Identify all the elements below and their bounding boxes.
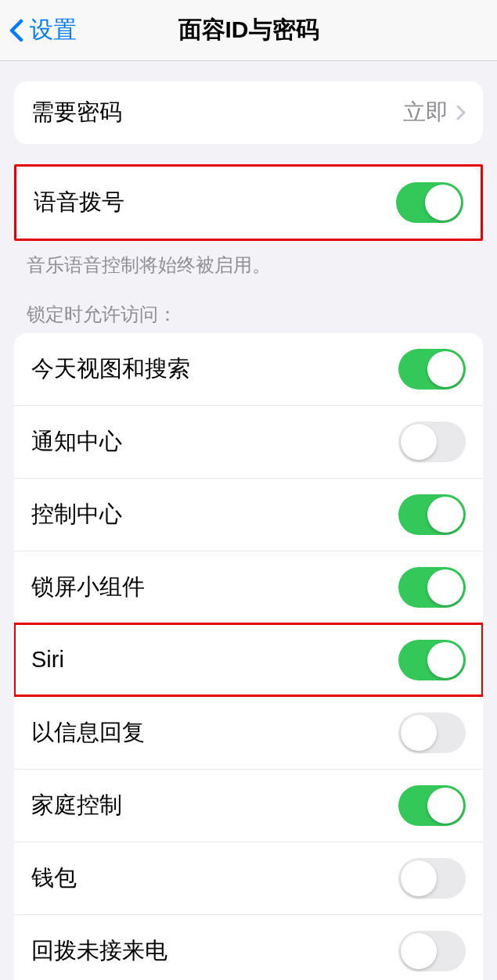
lock-access-section: 今天视图和搜索通知中心控制中心锁屏小组件Siri以信息回复家庭控制钱包回拨未接来… xyxy=(14,333,483,980)
lock-access-label: 回拨未接来电 xyxy=(31,935,167,967)
require-passcode-value: 立即 xyxy=(403,97,448,128)
lock-access-row: 今天视图和搜索 xyxy=(14,333,483,405)
lock-access-label: 控制中心 xyxy=(31,499,122,530)
toggle-knob xyxy=(401,860,437,896)
toggle-knob xyxy=(427,497,463,533)
lock-widgets-toggle[interactable] xyxy=(398,567,466,608)
lock-access-row: 回拨未接来电 xyxy=(14,914,483,980)
require-passcode-section: 需要密码 立即 xyxy=(14,81,483,144)
lock-access-label: 今天视图和搜索 xyxy=(31,354,190,385)
siri-toggle[interactable] xyxy=(398,640,466,680)
voice-dial-section: 语音拨号 xyxy=(16,167,481,239)
lock-access-row: 钱包 xyxy=(14,842,483,914)
lock-access-label: 通知中心 xyxy=(31,426,122,458)
notification-center-toggle[interactable] xyxy=(398,422,466,462)
lock-access-label: 钱包 xyxy=(31,863,77,894)
lock-access-label: 以信息回复 xyxy=(31,717,145,748)
navbar: 设置 面容ID与密码 xyxy=(0,0,497,61)
chevron-right-icon xyxy=(456,105,466,120)
voice-dial-toggle[interactable] xyxy=(396,182,463,223)
today-view-toggle[interactable] xyxy=(398,349,466,389)
toggle-knob xyxy=(401,424,437,460)
require-passcode-right: 立即 xyxy=(403,97,466,128)
lock-access-row: 以信息回复 xyxy=(14,696,483,769)
lock-access-row: 控制中心 xyxy=(14,478,483,551)
voice-dial-footer: 音乐语音控制将始终被启用。 xyxy=(0,241,497,278)
reply-message-toggle[interactable] xyxy=(398,713,466,753)
lock-access-row: 锁屏小组件 xyxy=(14,551,483,623)
voice-dial-label: 语音拨号 xyxy=(34,187,124,218)
require-passcode-label: 需要密码 xyxy=(31,97,122,128)
toggle-knob xyxy=(401,933,437,969)
home-control-toggle[interactable] xyxy=(398,785,466,826)
toggle-knob xyxy=(401,715,437,751)
toggle-knob xyxy=(427,569,463,605)
back-label: 设置 xyxy=(30,14,77,46)
content: 需要密码 立即 语音拨号 音乐语音控制将始终被启用。 锁定时允许访问： 今天视图… xyxy=(0,81,497,980)
control-center-toggle[interactable] xyxy=(398,494,466,535)
toggle-knob xyxy=(427,351,463,387)
lock-access-label: Siri xyxy=(31,647,64,673)
lock-access-label: 家庭控制 xyxy=(31,790,122,821)
callback-toggle[interactable] xyxy=(398,931,466,971)
require-passcode-row[interactable]: 需要密码 立即 xyxy=(14,81,483,144)
lock-access-label: 锁屏小组件 xyxy=(31,572,145,603)
back-button[interactable]: 设置 xyxy=(0,14,77,46)
toggle-knob xyxy=(427,788,463,824)
chevron-left-icon xyxy=(9,19,23,42)
voice-dial-highlight: 语音拨号 xyxy=(14,164,483,241)
lock-access-header: 锁定时允许访问： xyxy=(0,278,497,333)
toggle-knob xyxy=(425,185,461,221)
lock-access-row: Siri xyxy=(14,623,483,696)
wallet-toggle[interactable] xyxy=(398,858,466,899)
page-title: 面容ID与密码 xyxy=(178,14,319,46)
lock-access-row: 通知中心 xyxy=(14,405,483,478)
toggle-knob xyxy=(427,642,463,678)
lock-access-row: 家庭控制 xyxy=(14,769,483,842)
voice-dial-row: 语音拨号 xyxy=(16,167,481,239)
